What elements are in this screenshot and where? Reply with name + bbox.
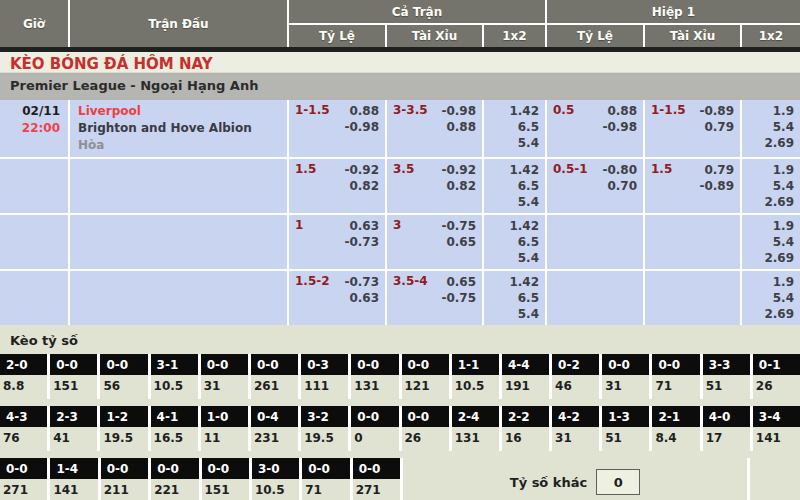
- score-box[interactable]: 2-1: [652, 406, 699, 427]
- ft-over-under-cell[interactable]: 3 -0.75 0.65: [387, 215, 482, 269]
- score-cell[interactable]: 0-0 271: [0, 458, 47, 500]
- score-box[interactable]: 1-3: [602, 406, 649, 427]
- odds-value[interactable]: -0.75: [393, 290, 476, 306]
- h1-handicap-cell[interactable]: 0.5 0.88 -0.98: [547, 100, 643, 157]
- score-box[interactable]: 3-3: [703, 354, 750, 375]
- odds-value[interactable]: 5.4: [748, 234, 794, 250]
- score-cell[interactable]: 3-3 51: [703, 354, 750, 399]
- score-box[interactable]: 3-0: [252, 458, 299, 479]
- score-cell[interactable]: 0-0 71: [652, 354, 699, 399]
- ft-over-under-cell[interactable]: 3-3.5 -0.98 0.88: [387, 100, 482, 157]
- ft-handicap-cell[interactable]: 1-1.5 0.88 -0.98: [289, 100, 385, 157]
- odds-value[interactable]: 5.4: [490, 306, 539, 322]
- other-score-input[interactable]: [596, 469, 640, 495]
- score-box[interactable]: 4-0: [703, 406, 750, 427]
- score-cell[interactable]: 0-3 111: [301, 354, 348, 399]
- score-cell[interactable]: 0-0 221: [151, 458, 198, 500]
- ft-1x2-cell[interactable]: 1.42 6.5 5.4: [484, 100, 545, 157]
- score-box[interactable]: 3-1: [151, 354, 198, 375]
- odds-value[interactable]: 1.42: [490, 103, 539, 119]
- odds-value[interactable]: 2.69: [748, 306, 794, 322]
- score-cell[interactable]: 0-0 121: [402, 354, 449, 399]
- score-cell[interactable]: 1-0 11: [201, 406, 248, 451]
- score-cell[interactable]: 0-0 151: [202, 458, 249, 500]
- odds-value[interactable]: 1.9: [748, 103, 794, 119]
- score-cell[interactable]: 1-4 141: [50, 458, 97, 500]
- h1-handicap-cell[interactable]: 0.5-1 -0.80 0.70: [547, 159, 643, 213]
- odds-value[interactable]: 0.63: [295, 290, 379, 306]
- h1-1x2-cell[interactable]: 1.9 5.4 2.69: [742, 215, 800, 269]
- ft-1x2-cell[interactable]: 1.42 6.5 5.4: [484, 271, 545, 325]
- score-box[interactable]: 0-0: [353, 458, 400, 479]
- score-box[interactable]: 0-0: [302, 458, 349, 479]
- score-box[interactable]: 0-0: [351, 406, 398, 427]
- score-box[interactable]: 2-0: [0, 354, 47, 375]
- odds-value[interactable]: 0.70: [553, 178, 637, 194]
- score-cell[interactable]: 2-1 8.4: [652, 406, 699, 451]
- score-box[interactable]: 1-0: [201, 406, 248, 427]
- odds-value[interactable]: 1.42: [490, 162, 539, 178]
- odds-value[interactable]: 5.4: [748, 290, 794, 306]
- score-box[interactable]: 3-4: [753, 406, 800, 427]
- odds-value[interactable]: 5.4: [748, 178, 794, 194]
- score-cell[interactable]: 2-3 41: [50, 406, 97, 451]
- ft-handicap-cell[interactable]: 1 0.63 -0.73: [289, 215, 385, 269]
- score-cell[interactable]: 4-0 17: [703, 406, 750, 451]
- score-cell[interactable]: 0-0 71: [302, 458, 349, 500]
- ft-over-under-cell[interactable]: 3.5-4 0.65 -0.75: [387, 271, 482, 325]
- odds-value[interactable]: -0.73: [295, 234, 379, 250]
- score-box[interactable]: 4-2: [552, 406, 599, 427]
- score-box[interactable]: 0-0: [251, 354, 298, 375]
- odds-value[interactable]: 0.88: [393, 119, 476, 135]
- score-box[interactable]: 0-0: [652, 354, 699, 375]
- odds-value[interactable]: 6.5: [490, 119, 539, 135]
- odds-value[interactable]: 1.42: [490, 274, 539, 290]
- score-box[interactable]: 4-4: [502, 354, 549, 375]
- score-box[interactable]: 0-0: [101, 458, 148, 479]
- ft-over-under-cell[interactable]: 3.5 -0.92 0.82: [387, 159, 482, 213]
- odds-value[interactable]: 0.82: [393, 178, 476, 194]
- score-cell[interactable]: 2-0 8.8: [0, 354, 47, 399]
- odds-value[interactable]: 1.9: [748, 274, 794, 290]
- score-box[interactable]: 0-0: [151, 458, 198, 479]
- score-box[interactable]: 2-4: [452, 406, 499, 427]
- h1-1x2-cell[interactable]: 1.9 5.4 2.69: [742, 100, 800, 157]
- score-cell[interactable]: 1-3 51: [602, 406, 649, 451]
- odds-value[interactable]: 1.42: [490, 218, 539, 234]
- score-cell[interactable]: 0-2 46: [552, 354, 599, 399]
- score-cell[interactable]: 0-4 231: [251, 406, 298, 451]
- score-cell[interactable]: 0-0 56: [100, 354, 147, 399]
- odds-value[interactable]: 0.65: [393, 234, 476, 250]
- score-box[interactable]: 1-1: [452, 354, 499, 375]
- odds-value[interactable]: 0.82: [295, 178, 379, 194]
- odds-value[interactable]: 2.69: [748, 250, 794, 266]
- score-cell[interactable]: 0-0 31: [201, 354, 248, 399]
- score-box[interactable]: 0-4: [251, 406, 298, 427]
- score-cell[interactable]: 4-1 16.5: [151, 406, 198, 451]
- ft-1x2-cell[interactable]: 1.42 6.5 5.4: [484, 159, 545, 213]
- h1-over-under-cell[interactable]: 1.5 0.79 -0.89: [645, 159, 740, 213]
- score-cell[interactable]: 0-0 211: [101, 458, 148, 500]
- odds-value[interactable]: 0.63: [295, 218, 379, 234]
- away-team[interactable]: Brighton and Hove Albion: [78, 120, 281, 137]
- score-box[interactable]: 0-0: [402, 406, 449, 427]
- score-cell[interactable]: 2-2 16: [502, 406, 549, 451]
- ft-handicap-cell[interactable]: 1.5-2 -0.73 0.63: [289, 271, 385, 325]
- score-box[interactable]: 1-4: [50, 458, 97, 479]
- odds-value[interactable]: 6.5: [490, 178, 539, 194]
- odds-value[interactable]: 6.5: [490, 290, 539, 306]
- h1-over-under-cell[interactable]: 1-1.5 -0.89 0.79: [645, 100, 740, 157]
- odds-value[interactable]: -0.98: [553, 119, 637, 135]
- score-box[interactable]: 3-2: [301, 406, 348, 427]
- score-cell[interactable]: 4-2 31: [552, 406, 599, 451]
- score-box[interactable]: 0-0: [602, 354, 649, 375]
- odds-value[interactable]: 5.4: [490, 250, 539, 266]
- score-cell[interactable]: 3-1 10.5: [151, 354, 198, 399]
- ft-1x2-cell[interactable]: 1.42 6.5 5.4: [484, 215, 545, 269]
- odds-value[interactable]: -0.98: [295, 119, 379, 135]
- score-box[interactable]: 4-1: [151, 406, 198, 427]
- score-box[interactable]: 1-2: [100, 406, 147, 427]
- odds-value[interactable]: -0.75: [393, 218, 476, 234]
- score-box[interactable]: 0-2: [552, 354, 599, 375]
- score-cell[interactable]: 3-0 10.5: [252, 458, 299, 500]
